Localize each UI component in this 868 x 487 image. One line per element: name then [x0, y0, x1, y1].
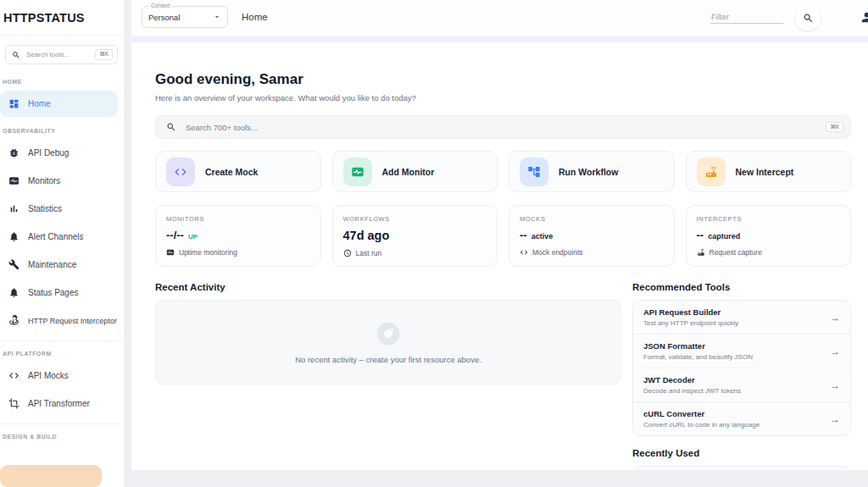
tools-search[interactable]: ⌘K	[155, 115, 851, 139]
sidebar-item-label: API Debug	[28, 148, 69, 158]
tool-desc: Format, validate, and beautify JSON	[643, 353, 753, 361]
tool-desc: Convert cURL to code in any language	[643, 421, 760, 429]
quick-action-label: Run Workflow	[559, 167, 618, 177]
sidebar-item-label: Monitors	[28, 176, 60, 185]
sidebar-item-api-mocks[interactable]: API Mocks	[0, 362, 125, 389]
tool-title: JSON Formatter	[643, 341, 753, 351]
stat-card-intercepts[interactable]: INTERCEPTS -- captured Request capture	[686, 205, 852, 267]
recent-activity-section: Recent Activity No recent activity – cre…	[155, 282, 621, 385]
sidebar-search-input[interactable]	[25, 50, 91, 59]
stat-status: UP	[188, 233, 198, 241]
quick-action-label: New Intercept	[736, 167, 794, 177]
tool-json-formatter[interactable]: JSON Formatter Format, validate, and bea…	[633, 335, 850, 368]
stat-card-monitors[interactable]: MONITORS --/-- UP Uptime monitoring	[155, 205, 321, 267]
context-label: Context	[148, 3, 172, 8]
sidebar-item-label: API Transformer	[28, 399, 90, 408]
sidebar-item-label: Statistics	[28, 204, 62, 213]
filter-input[interactable]	[710, 10, 783, 24]
sidebar-item-label: Status Pages	[28, 288, 78, 297]
recent-activity-title: Recent Activity	[155, 282, 621, 292]
sidebar-item-statistics[interactable]: Statistics	[0, 196, 125, 222]
sidebar: HTTPSTATUS ⌘K HOME Home OBSERVABILITY AP…	[0, 0, 125, 487]
add-monitor-button[interactable]: Add Monitor	[332, 151, 498, 192]
tool-title: API Request Builder	[643, 307, 738, 317]
tools-search-input[interactable]	[184, 122, 818, 133]
user-icon[interactable]	[860, 10, 868, 25]
sidebar-item-label: Maintenance	[28, 260, 76, 269]
code-icon	[8, 370, 19, 381]
clock-icon	[343, 249, 352, 257]
keyboard-shortcut-badge: ⌘K	[95, 49, 113, 60]
sidebar-section-home: HOME	[0, 69, 125, 89]
quick-actions: Create Mock Add Monitor Run Workflow New…	[155, 151, 851, 192]
sidebar-item-label: HTTP Request Interceptor	[28, 317, 117, 325]
stat-label: MONITORS	[166, 215, 310, 223]
stat-footer: Mock endpoints	[532, 248, 583, 257]
tool-jwt-decoder[interactable]: JWT Decoder Decode and inspect JWT token…	[633, 368, 850, 402]
stat-footer: Last run	[356, 249, 382, 257]
stat-card-workflows[interactable]: WORKFLOWS 47d ago Last run	[332, 205, 498, 267]
sidebar-item-monitors[interactable]: Monitors	[0, 168, 125, 194]
greeting-heading: Good evening, Samar	[155, 71, 851, 88]
sidebar-item-status-pages[interactable]: Status Pages	[0, 279, 125, 306]
monitor-icon	[166, 248, 175, 257]
empty-state-text: No recent activity – create your first r…	[295, 355, 481, 364]
wrench-icon	[8, 259, 19, 270]
stat-footer: Request capture	[709, 248, 762, 257]
sidebar-item-api-debug[interactable]: API Debug	[0, 140, 125, 166]
context-select[interactable]: Context Personal	[142, 6, 228, 28]
transform-icon	[8, 398, 19, 409]
code-icon	[520, 248, 528, 257]
stat-card-mocks[interactable]: MOCKS -- active Mock endpoints	[509, 205, 675, 267]
bell-icon	[8, 287, 19, 298]
monitor-icon	[343, 158, 372, 186]
intercept-icon	[697, 248, 705, 257]
stat-value: --/--	[166, 229, 184, 241]
sidebar-item-maintenance[interactable]: Maintenance	[0, 252, 125, 278]
recently-used-list: Check SSL → Test an API →	[632, 466, 851, 470]
new-intercept-button[interactable]: New Intercept	[686, 151, 852, 192]
bar-chart-icon	[8, 203, 19, 214]
sidebar-item-highlighted[interactable]	[0, 465, 102, 487]
sidebar-item-api-transformer[interactable]: API Transformer	[0, 390, 125, 417]
recent-activity-empty-state: No recent activity – create your first r…	[155, 300, 621, 385]
sidebar-item-label: Home	[28, 99, 51, 108]
disc-icon	[375, 320, 402, 347]
search-button[interactable]	[795, 5, 821, 30]
keyboard-shortcut-badge: ⌘K	[826, 122, 843, 133]
recent-tool-check-ssl[interactable]: Check SSL →	[633, 467, 850, 470]
stat-label: WORKFLOWS	[343, 215, 487, 223]
sidebar-item-http-request-interceptor[interactable]: HTTP Request Interceptor	[0, 307, 125, 334]
quick-action-label: Create Mock	[205, 167, 258, 177]
sidebar-item-alert-channels[interactable]: Alert Channels	[0, 224, 125, 250]
bug-icon	[8, 147, 19, 158]
intercept-icon	[697, 158, 726, 186]
sidebar-search[interactable]: ⌘K	[5, 45, 118, 64]
stat-value: 47d ago	[343, 229, 390, 242]
recently-used-title: Recently Used	[632, 448, 851, 458]
page-title: Home	[242, 12, 268, 22]
sidebar-item-label: Alert Channels	[28, 232, 84, 241]
app-logo: HTTPSTATUS	[0, 0, 125, 36]
search-icon	[803, 13, 814, 24]
stat-value: --	[520, 229, 527, 241]
run-workflow-button[interactable]: Run Workflow	[509, 151, 675, 192]
topbar: Context Personal Home	[131, 0, 868, 36]
create-mock-button[interactable]: Create Mock	[155, 151, 321, 192]
sidebar-item-label: API Mocks	[28, 371, 69, 380]
tool-title: cURL Converter	[643, 409, 760, 418]
main-content: Good evening, Samar Here is an overview …	[131, 42, 868, 470]
right-column: Recommended Tools API Request Builder Te…	[632, 282, 851, 470]
tool-api-request-builder[interactable]: API Request Builder Test any HTTP endpoi…	[633, 301, 850, 335]
arrow-right-icon: →	[830, 379, 840, 391]
search-icon	[166, 122, 176, 132]
sidebar-item-home[interactable]: Home	[0, 91, 118, 117]
stat-label: INTERCEPTS	[697, 215, 841, 223]
greeting-subtitle: Here is an overview of your workspace. W…	[155, 93, 851, 102]
arrow-right-icon: →	[830, 346, 840, 357]
tool-curl-converter[interactable]: cURL Converter Convert cURL to code in a…	[633, 402, 850, 435]
recommended-tools-title: Recommended Tools	[632, 282, 851, 292]
arrow-right-icon: →	[830, 413, 840, 425]
stat-suffix: captured	[708, 232, 740, 241]
sidebar-section-design-build: DESIGN & BUILD	[0, 423, 125, 444]
